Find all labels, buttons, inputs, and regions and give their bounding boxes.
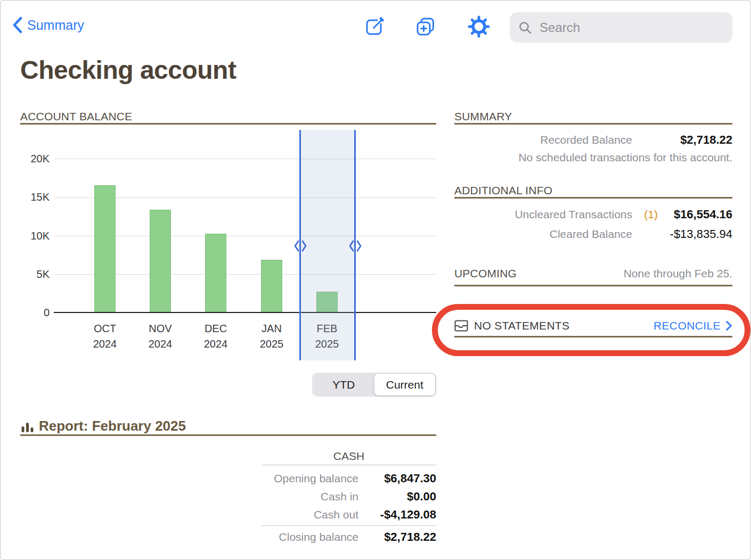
section-divider — [20, 434, 436, 436]
x-axis-line — [54, 312, 436, 313]
back-button[interactable]: Summary — [12, 17, 84, 34]
recorded-balance-label: Recorded Balance — [454, 134, 632, 146]
uncleared-value: $16,554.16 — [658, 208, 732, 221]
table-divider — [262, 465, 436, 465]
chevron-right-icon — [725, 320, 732, 331]
search-icon — [518, 21, 532, 35]
additional-info-header: ADDITIONAL INFO — [454, 184, 552, 197]
x-tick-label: NOV 2024 — [143, 321, 177, 352]
bar-oct-2024[interactable] — [94, 185, 116, 312]
row-value: -$4,129.08 — [358, 508, 436, 522]
x-tick-label: OCT 2024 — [88, 321, 122, 352]
recorded-balance-row: Recorded Balance $2,718.22 — [454, 133, 732, 147]
upcoming-value: None through Feb 25. — [517, 267, 732, 280]
x-tick-label: DEC 2024 — [199, 321, 233, 352]
row-label: Cash in — [262, 490, 358, 503]
section-divider — [454, 123, 732, 125]
table-divider — [262, 525, 436, 526]
scheduled-transactions-note: No scheduled transactions for this accou… — [454, 151, 732, 164]
search-input[interactable] — [538, 20, 724, 36]
x-tick-label: JAN 2025 — [255, 321, 289, 352]
summary-header: SUMMARY — [454, 110, 512, 123]
statements-label: NO STATEMENTS — [474, 319, 569, 332]
add-document-icon — [415, 16, 436, 37]
cleared-label: Cleared Balance — [454, 228, 632, 241]
uncleared-count-badge: (1) — [632, 208, 658, 221]
compose-button[interactable] — [363, 15, 386, 38]
selection-handle-right[interactable] — [348, 238, 363, 253]
section-divider — [454, 336, 732, 337]
section-divider — [454, 285, 732, 286]
table-row: Opening balance $6,847.30 — [262, 472, 436, 485]
section-divider — [454, 197, 732, 199]
bar-dec-2024[interactable] — [205, 234, 226, 312]
page-title: Checking account — [20, 55, 236, 85]
uncleared-transactions-row: Uncleared Transactions (1) $16,554.16 — [454, 208, 732, 221]
uncleared-label: Uncleared Transactions — [454, 208, 632, 221]
upcoming-row: UPCOMING None through Feb 25. — [454, 267, 732, 280]
section-divider — [20, 123, 436, 125]
gear-icon — [468, 15, 490, 38]
row-label: Cash out — [262, 508, 358, 521]
reconcile-label: RECONCILE — [654, 319, 721, 332]
report-header: Report: February 2025 — [39, 418, 186, 434]
balance-bar-chart — [1, 159, 437, 312]
closing-balance-row: Closing balance $2,718.22 — [262, 530, 436, 544]
row-value: $6,847.30 — [358, 472, 436, 485]
cash-column-header: CASH — [262, 450, 436, 463]
checking-account-screen: Summary — [0, 0, 751, 560]
row-label: Opening balance — [262, 472, 358, 485]
cleared-balance-row: Cleared Balance -$13,835.94 — [454, 227, 732, 241]
recorded-balance-value: $2,718.22 — [632, 133, 732, 147]
add-account-button[interactable] — [415, 16, 436, 37]
back-label: Summary — [27, 18, 84, 33]
bar-chart-icon — [20, 420, 35, 434]
chevron-left-icon — [12, 17, 23, 34]
row-value: $0.00 — [358, 490, 436, 504]
table-row: Cash out -$4,129.08 — [262, 508, 436, 522]
account-balance-header: ACCOUNT BALANCE — [20, 110, 132, 123]
range-segmented-control: YTD Current — [312, 373, 436, 397]
table-row: Cash in $0.00 — [262, 490, 436, 504]
settings-button[interactable] — [468, 15, 490, 38]
bar-nov-2024[interactable] — [150, 210, 171, 312]
segment-current[interactable]: Current — [374, 374, 436, 396]
search-field[interactable] — [510, 12, 732, 43]
statements-tray-icon — [454, 320, 468, 332]
compose-icon — [363, 15, 386, 38]
statements-row[interactable]: NO STATEMENTS RECONCILE — [454, 318, 732, 334]
upcoming-header: UPCOMING — [454, 267, 517, 280]
row-value: $2,718.22 — [358, 530, 436, 544]
bar-jan-2025[interactable] — [261, 260, 282, 312]
selection-handle-left[interactable] — [293, 238, 308, 253]
segment-ytd[interactable]: YTD — [313, 374, 374, 396]
row-label: Closing balance — [262, 531, 358, 543]
cleared-value: -$13,835.94 — [632, 227, 732, 241]
reconcile-link[interactable]: RECONCILE — [654, 319, 732, 332]
